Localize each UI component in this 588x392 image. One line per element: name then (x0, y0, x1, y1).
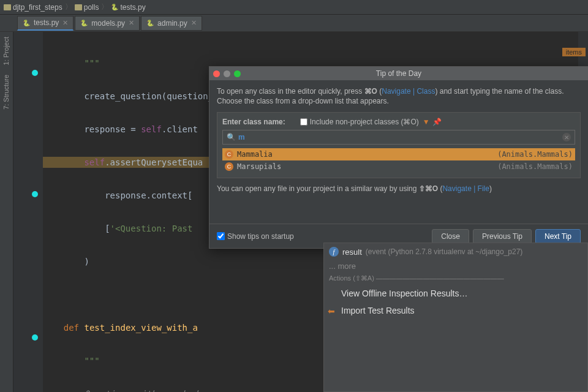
class-icon: C (225, 162, 233, 171)
folder-icon (75, 4, 82, 10)
search-label: Enter class name: (222, 118, 285, 126)
result-item[interactable]: C Marsupials (Animals.Mammals) (222, 160, 575, 173)
search-everywhere-popup: f result (event (Python 2.7.8 virtualenv… (323, 243, 588, 392)
minimize-window-icon[interactable] (224, 70, 230, 77)
chevron-icon: 〉 (101, 2, 108, 12)
folder-icon (4, 4, 11, 10)
dialog-title: Tip of the Day (376, 69, 421, 78)
close-icon[interactable]: ✕ (62, 19, 68, 27)
dialog-titlebar[interactable]: Tip of the Day (209, 67, 588, 80)
import-icon: ⬅ (328, 306, 337, 316)
breakpoint-icon[interactable] (32, 70, 38, 76)
filter-icon[interactable]: ▼ (423, 118, 430, 126)
action-view-offline-inspection[interactable]: View Offline Inspection Results… (324, 285, 587, 302)
show-tips-checkbox[interactable]: Show tips on startup (217, 232, 294, 241)
chevron-icon: 〉 (65, 2, 72, 12)
tip-text-2: You can open any file in your project in… (217, 184, 581, 193)
result-label[interactable]: result (342, 247, 362, 257)
pin-icon[interactable]: 📌 (432, 118, 442, 126)
breadcrumb: djtp_first_steps 〉 polls 〉 tests.py (0, 0, 588, 15)
breadcrumb-file[interactable]: tests.py (111, 3, 145, 12)
tool-window-bar: 1: Project 7: Structure (0, 32, 13, 392)
python-file-icon (111, 4, 118, 11)
class-search-input[interactable]: 🔍 m ✕ (222, 130, 575, 145)
breakpoint-icon[interactable] (32, 191, 38, 197)
tip-of-day-dialog: Tip of the Day To open any class in the … (209, 66, 588, 249)
result-detail: (event (Python 2.7.8 virtualenv at ~/dja… (366, 247, 523, 256)
gutter (13, 32, 43, 392)
python-file-icon (146, 20, 154, 27)
zoom-window-icon[interactable] (234, 70, 241, 77)
breadcrumb-folder[interactable]: polls (75, 3, 99, 12)
close-window-icon[interactable] (213, 70, 220, 77)
tool-project[interactable]: 1: Project (0, 32, 12, 70)
class-icon: C (225, 150, 233, 159)
tip-text: To open any class in the editor quickly,… (217, 86, 581, 106)
next-tip-button[interactable]: Next Tip (535, 229, 581, 244)
field-icon: f (329, 247, 339, 257)
search-icon: 🔍 (227, 133, 236, 141)
close-icon[interactable]: ✕ (191, 19, 197, 27)
breadcrumb-project[interactable]: djtp_first_steps (4, 3, 62, 12)
close-button[interactable]: Close (432, 229, 469, 244)
python-file-icon (23, 19, 30, 26)
search-results: C Mammalia (Animals.Mammals) C Marsupial… (222, 148, 575, 173)
include-nonproject-checkbox[interactable]: Include non-project classes (⌘O) (300, 118, 419, 126)
result-item[interactable]: C Mammalia (Animals.Mammals) (222, 148, 575, 160)
more-link[interactable]: ... more (324, 260, 587, 272)
editor-tabs: tests.py✕ models.py✕ admin.py✕ (0, 15, 588, 32)
breakpoint-icon[interactable] (32, 334, 38, 341)
action-import-test-results[interactable]: ⬅ Import Test Results (324, 302, 587, 319)
clear-icon[interactable]: ✕ (562, 133, 571, 141)
tool-structure[interactable]: 7: Structure (0, 70, 12, 115)
python-file-icon (80, 20, 88, 27)
tab-admin[interactable]: admin.py✕ (141, 16, 202, 31)
previous-tip-button[interactable]: Previous Tip (473, 229, 532, 244)
tab-tests[interactable]: tests.py✕ (17, 16, 74, 31)
section-actions: Actions (⇧⌘A) ――――――――――――――――――― (329, 274, 582, 282)
close-icon[interactable]: ✕ (129, 19, 134, 27)
hint-items: items (562, 48, 586, 56)
class-search-panel: Enter class name: Include non-project cl… (217, 112, 581, 178)
tab-models[interactable]: models.py✕ (75, 16, 140, 31)
